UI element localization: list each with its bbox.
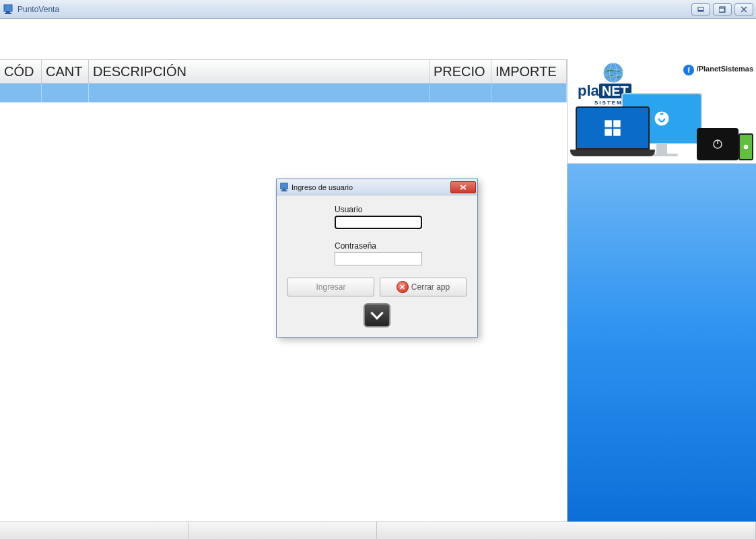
minimize-button[interactable] bbox=[691, 3, 710, 15]
svg-point-9 bbox=[604, 63, 623, 83]
apple-like-icon bbox=[652, 109, 671, 128]
svg-rect-2 bbox=[5, 13, 11, 14]
table-header: CÓD CANT DESCRIPCIÓN PRECIO IMPORTE bbox=[0, 59, 567, 84]
devices-graphic bbox=[570, 93, 753, 160]
blue-side-panel bbox=[568, 164, 756, 521]
power-icon bbox=[712, 138, 724, 150]
confirm-check-button[interactable] bbox=[364, 303, 390, 327]
window-controls bbox=[691, 3, 753, 15]
window-title: PuntoVenta bbox=[18, 5, 691, 14]
maximize-button[interactable] bbox=[713, 3, 732, 15]
svg-rect-15 bbox=[605, 129, 612, 136]
brand-area: plaNET SISTEMAS f /PlanetSistemas bbox=[568, 59, 756, 164]
svg-rect-13 bbox=[605, 120, 612, 127]
table-row[interactable] bbox=[0, 84, 567, 102]
side-panel: plaNET SISTEMAS f /PlanetSistemas bbox=[568, 59, 756, 521]
svg-rect-6 bbox=[719, 8, 724, 12]
close-app-button-label: Cerrar app bbox=[411, 282, 450, 292]
cell-cod[interactable] bbox=[0, 84, 42, 102]
status-cell-2 bbox=[188, 522, 377, 539]
svg-rect-1 bbox=[6, 11, 10, 13]
svg-point-20 bbox=[745, 146, 745, 147]
status-cell-1 bbox=[0, 522, 188, 539]
close-button[interactable] bbox=[734, 3, 753, 15]
svg-point-21 bbox=[747, 146, 747, 147]
col-header-cant[interactable]: CANT bbox=[42, 60, 89, 83]
cell-importe[interactable] bbox=[491, 84, 567, 102]
password-input[interactable] bbox=[335, 252, 422, 265]
login-dialog: Ingreso de usuario Usuario Contraseña In… bbox=[276, 179, 478, 338]
chevron-down-icon bbox=[368, 307, 386, 324]
phone-graphic bbox=[738, 133, 753, 160]
tablet-graphic bbox=[697, 128, 738, 160]
toolbar-area bbox=[0, 19, 756, 59]
close-app-button[interactable]: ✕ Cerrar app bbox=[380, 278, 467, 296]
svg-rect-23 bbox=[282, 189, 285, 190]
col-header-desc[interactable]: DESCRIPCIÓN bbox=[89, 60, 429, 83]
svg-rect-14 bbox=[613, 120, 621, 127]
svg-point-19 bbox=[744, 145, 749, 150]
col-header-cod[interactable]: CÓD bbox=[0, 60, 42, 83]
login-button-label: Ingresar bbox=[316, 282, 345, 292]
user-input[interactable] bbox=[335, 216, 422, 229]
user-label: Usuario bbox=[335, 205, 467, 214]
dialog-close-button[interactable] bbox=[450, 181, 476, 193]
facebook-icon: f bbox=[683, 65, 694, 75]
col-header-importe[interactable]: IMPORTE bbox=[491, 60, 567, 83]
dialog-title: Ingreso de usuario bbox=[291, 183, 450, 191]
social-handle: /PlanetSistemas bbox=[697, 65, 753, 73]
close-icon: ✕ bbox=[397, 281, 409, 293]
svg-rect-24 bbox=[281, 190, 287, 191]
windows-icon bbox=[603, 119, 622, 137]
laptop-graphic bbox=[570, 106, 655, 160]
col-header-precio[interactable]: PRECIO bbox=[429, 60, 491, 83]
statusbar bbox=[0, 521, 756, 539]
items-table: CÓD CANT DESCRIPCIÓN PRECIO IMPORTE bbox=[0, 59, 567, 102]
dialog-icon bbox=[279, 183, 289, 192]
android-icon bbox=[743, 144, 749, 150]
svg-rect-16 bbox=[613, 129, 621, 136]
main-titlebar: PuntoVenta bbox=[0, 0, 756, 19]
cell-precio[interactable] bbox=[429, 84, 491, 102]
cell-desc[interactable] bbox=[89, 84, 429, 102]
svg-rect-0 bbox=[4, 5, 12, 11]
password-label: Contraseña bbox=[335, 241, 467, 251]
dialog-titlebar[interactable]: Ingreso de usuario bbox=[277, 179, 477, 195]
globe-icon bbox=[601, 61, 625, 85]
svg-rect-22 bbox=[281, 183, 288, 189]
app-icon bbox=[3, 4, 13, 15]
login-button[interactable]: Ingresar bbox=[287, 278, 374, 296]
status-cell-3 bbox=[377, 522, 756, 539]
cell-cant[interactable] bbox=[42, 84, 89, 102]
